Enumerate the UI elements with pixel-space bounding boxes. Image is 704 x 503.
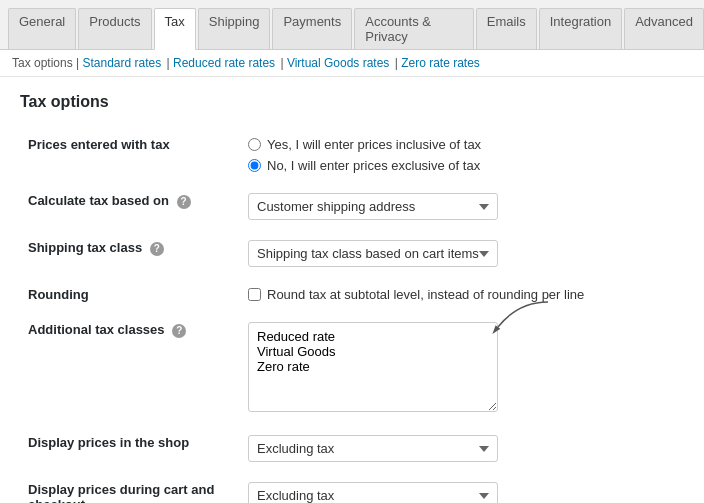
subnav-prefix: Tax options xyxy=(12,56,73,70)
nav-tabs: General Products Tax Shipping Payments A… xyxy=(0,0,704,50)
display-prices-shop-row: Display prices in the shop Excluding tax… xyxy=(20,425,684,472)
shipping-tax-select[interactable]: Shipping tax class based on cart items S… xyxy=(248,240,498,267)
calculate-tax-label: Calculate tax based on xyxy=(28,193,169,208)
shipping-tax-label: Shipping tax class xyxy=(28,240,142,255)
calculate-tax-info-icon[interactable]: ? xyxy=(177,195,191,209)
rounding-checkbox-text: Round tax at subtotal level, instead of … xyxy=(267,287,584,302)
display-prices-cart-label: Display prices during cart and checkout xyxy=(28,482,214,503)
prices-inclusive-radio[interactable] xyxy=(248,138,261,151)
prices-entered-radio-group: Yes, I will enter prices inclusive of ta… xyxy=(248,137,676,173)
rounding-row: Rounding Round tax at subtotal level, in… xyxy=(20,277,684,312)
prices-exclusive-radio[interactable] xyxy=(248,159,261,172)
rounding-checkbox[interactable] xyxy=(248,288,261,301)
subnav-sep1: | xyxy=(76,56,82,70)
prices-inclusive-text: Yes, I will enter prices inclusive of ta… xyxy=(267,137,481,152)
display-prices-shop-label: Display prices in the shop xyxy=(28,435,189,450)
subnav-zero-rates[interactable]: Zero rate rates xyxy=(401,56,480,70)
prices-exclusive-text: No, I will enter prices exclusive of tax xyxy=(267,158,480,173)
tab-shipping[interactable]: Shipping xyxy=(198,8,271,49)
section-title: Tax options xyxy=(20,93,684,111)
rounding-checkbox-label[interactable]: Round tax at subtotal level, instead of … xyxy=(248,287,676,302)
additional-tax-classes-label: Additional tax classes xyxy=(28,322,165,337)
tab-tax[interactable]: Tax xyxy=(154,8,196,50)
page-wrap: General Products Tax Shipping Payments A… xyxy=(0,0,704,503)
main-content: Tax options Prices entered with tax Yes,… xyxy=(0,77,704,503)
additional-tax-classes-row: Additional tax classes ? Reduced rate Vi… xyxy=(20,312,684,425)
rounding-label: Rounding xyxy=(28,287,89,302)
prices-inclusive-label[interactable]: Yes, I will enter prices inclusive of ta… xyxy=(248,137,676,152)
shipping-tax-row: Shipping tax class ? Shipping tax class … xyxy=(20,230,684,277)
prices-entered-label: Prices entered with tax xyxy=(28,137,170,152)
display-prices-shop-select[interactable]: Excluding tax Including tax xyxy=(248,435,498,462)
tab-integration[interactable]: Integration xyxy=(539,8,622,49)
subnav-sep3: | xyxy=(280,56,286,70)
tab-advanced[interactable]: Advanced xyxy=(624,8,704,49)
additional-tax-info-icon[interactable]: ? xyxy=(172,324,186,338)
tab-accounts-privacy[interactable]: Accounts & Privacy xyxy=(354,8,474,49)
tab-products[interactable]: Products xyxy=(78,8,151,49)
additional-tax-classes-textarea[interactable]: Reduced rate Virtual Goods Zero rate xyxy=(248,322,498,412)
prices-exclusive-label[interactable]: No, I will enter prices exclusive of tax xyxy=(248,158,676,173)
sub-nav: Tax options | Standard rates | Reduced r… xyxy=(0,50,704,77)
settings-table: Prices entered with tax Yes, I will ente… xyxy=(20,127,684,503)
tab-payments[interactable]: Payments xyxy=(272,8,352,49)
tab-general[interactable]: General xyxy=(8,8,76,49)
subnav-virtual-goods[interactable]: Virtual Goods rates xyxy=(287,56,390,70)
subnav-reduced-rates[interactable]: Reduced rate rates xyxy=(173,56,275,70)
prices-entered-row: Prices entered with tax Yes, I will ente… xyxy=(20,127,684,183)
display-prices-cart-row: Display prices during cart and checkout … xyxy=(20,472,684,503)
shipping-tax-info-icon[interactable]: ? xyxy=(150,242,164,256)
tab-emails[interactable]: Emails xyxy=(476,8,537,49)
subnav-standard-rates[interactable]: Standard rates xyxy=(83,56,162,70)
textarea-arrow-container: Reduced rate Virtual Goods Zero rate xyxy=(248,322,498,415)
display-prices-cart-select[interactable]: Excluding tax Including tax xyxy=(248,482,498,503)
calculate-tax-select[interactable]: Customer shipping address Customer billi… xyxy=(248,193,498,220)
calculate-tax-row: Calculate tax based on ? Customer shippi… xyxy=(20,183,684,230)
